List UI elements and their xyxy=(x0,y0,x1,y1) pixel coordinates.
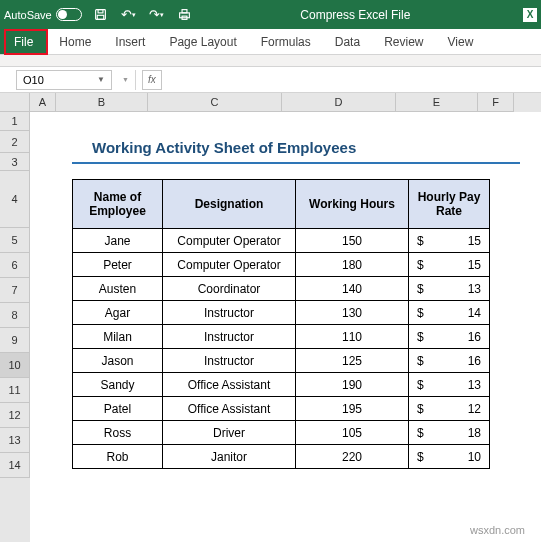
cell-name[interactable]: Agar xyxy=(73,301,163,325)
cell-designation[interactable]: Coordinator xyxy=(163,277,296,301)
cell-rate[interactable]: $10 xyxy=(409,445,490,469)
svg-rect-3 xyxy=(180,13,190,18)
cell-hours[interactable]: 195 xyxy=(296,397,409,421)
table-row[interactable]: JaneComputer Operator150$15 xyxy=(73,229,490,253)
row-header[interactable]: 14 xyxy=(0,453,30,478)
table-row[interactable]: MilanInstructor110$16 xyxy=(73,325,490,349)
row-header[interactable]: 1 xyxy=(0,112,30,131)
cell-name[interactable]: Jane xyxy=(73,229,163,253)
table-row[interactable]: AgarInstructor130$14 xyxy=(73,301,490,325)
table-row[interactable]: JasonInstructor125$16 xyxy=(73,349,490,373)
cell-name[interactable]: Peter xyxy=(73,253,163,277)
row-header[interactable]: 3 xyxy=(0,153,30,171)
cell-hours[interactable]: 220 xyxy=(296,445,409,469)
table-row[interactable]: RossDriver105$18 xyxy=(73,421,490,445)
review-tab[interactable]: Review xyxy=(372,29,435,54)
th-hours: Working Hours xyxy=(296,180,409,229)
cell-hours[interactable]: 130 xyxy=(296,301,409,325)
page-layout-tab[interactable]: Page Layout xyxy=(157,29,248,54)
row-header[interactable]: 13 xyxy=(0,428,30,453)
cell-designation[interactable]: Instructor xyxy=(163,325,296,349)
row-headers: 1 2 3 4 5 6 7 8 9 10 11 12 13 14 xyxy=(0,112,30,542)
fx-icon[interactable]: fx xyxy=(142,70,162,90)
insert-tab[interactable]: Insert xyxy=(103,29,157,54)
table-row[interactable]: AustenCoordinator140$13 xyxy=(73,277,490,301)
quickprint-icon[interactable] xyxy=(176,6,194,24)
formula-bar-row: O10 ▼ ▼ fx xyxy=(0,67,541,93)
cell-rate[interactable]: $18 xyxy=(409,421,490,445)
cell-designation[interactable]: Instructor xyxy=(163,301,296,325)
row-header[interactable]: 9 xyxy=(0,328,30,353)
excel-icon: X xyxy=(523,8,537,22)
save-icon[interactable] xyxy=(92,6,110,24)
col-header-a[interactable]: A xyxy=(30,93,56,112)
name-box[interactable]: O10 ▼ xyxy=(16,70,112,90)
col-header-e[interactable]: E xyxy=(396,93,478,112)
cell-name[interactable]: Sandy xyxy=(73,373,163,397)
cell-name[interactable]: Jason xyxy=(73,349,163,373)
col-header-b[interactable]: B xyxy=(56,93,148,112)
cell-name[interactable]: Milan xyxy=(73,325,163,349)
title-underline xyxy=(72,162,520,164)
cell-hours[interactable]: 125 xyxy=(296,349,409,373)
home-tab[interactable]: Home xyxy=(47,29,103,54)
row-header[interactable]: 4 xyxy=(0,171,30,228)
cell-hours[interactable]: 150 xyxy=(296,229,409,253)
col-header-f[interactable]: F xyxy=(478,93,514,112)
cell-designation[interactable]: Instructor xyxy=(163,349,296,373)
cell-rate[interactable]: $14 xyxy=(409,301,490,325)
name-box-value: O10 xyxy=(23,74,44,86)
cell-designation[interactable]: Computer Operator xyxy=(163,253,296,277)
col-header-c[interactable]: C xyxy=(148,93,282,112)
row-header[interactable]: 6 xyxy=(0,253,30,278)
dropdown-icon[interactable]: ▼ xyxy=(97,75,105,84)
cell-rate[interactable]: $13 xyxy=(409,277,490,301)
cell-rate[interactable]: $16 xyxy=(409,325,490,349)
select-all-corner[interactable] xyxy=(0,93,30,112)
cell-hours[interactable]: 140 xyxy=(296,277,409,301)
cell-hours[interactable]: 110 xyxy=(296,325,409,349)
cell-name[interactable]: Ross xyxy=(73,421,163,445)
cell-designation[interactable]: Janitor xyxy=(163,445,296,469)
view-tab[interactable]: View xyxy=(436,29,486,54)
data-tab[interactable]: Data xyxy=(323,29,372,54)
cell-name[interactable]: Austen xyxy=(73,277,163,301)
table-row[interactable]: RobJanitor220$10 xyxy=(73,445,490,469)
cell-hours[interactable]: 190 xyxy=(296,373,409,397)
chevron-down-icon[interactable]: ▼ xyxy=(122,76,129,83)
table-row[interactable]: PeterComputer Operator180$15 xyxy=(73,253,490,277)
row-header[interactable]: 2 xyxy=(0,131,30,153)
toggle-switch-icon[interactable] xyxy=(56,8,82,21)
cell-name[interactable]: Patel xyxy=(73,397,163,421)
svg-rect-4 xyxy=(182,10,187,13)
table-row[interactable]: SandyOffice Assistant190$13 xyxy=(73,373,490,397)
row-header[interactable]: 11 xyxy=(0,378,30,403)
formula-bar[interactable] xyxy=(162,70,541,90)
grid-area[interactable]: Working Activity Sheet of Employees Name… xyxy=(30,112,541,542)
cell-designation[interactable]: Office Assistant xyxy=(163,397,296,421)
row-header[interactable]: 5 xyxy=(0,228,30,253)
table-row[interactable]: PatelOffice Assistant195$12 xyxy=(73,397,490,421)
cell-rate[interactable]: $12 xyxy=(409,397,490,421)
cell-rate[interactable]: $15 xyxy=(409,253,490,277)
col-header-d[interactable]: D xyxy=(282,93,396,112)
row-header[interactable]: 8 xyxy=(0,303,30,328)
cell-designation[interactable]: Computer Operator xyxy=(163,229,296,253)
formulas-tab[interactable]: Formulas xyxy=(249,29,323,54)
row-header[interactable]: 7 xyxy=(0,278,30,303)
cell-rate[interactable]: $15 xyxy=(409,229,490,253)
cell-designation[interactable]: Office Assistant xyxy=(163,373,296,397)
undo-icon[interactable]: ↶▾ xyxy=(120,6,138,24)
cell-rate[interactable]: $13 xyxy=(409,373,490,397)
redo-icon[interactable]: ↷▾ xyxy=(148,6,166,24)
row-header[interactable]: 12 xyxy=(0,403,30,428)
cell-hours[interactable]: 105 xyxy=(296,421,409,445)
file-tab[interactable]: File xyxy=(0,29,47,54)
cell-hours[interactable]: 180 xyxy=(296,253,409,277)
autosave-toggle[interactable]: AutoSave xyxy=(4,8,82,21)
cell-rate[interactable]: $16 xyxy=(409,349,490,373)
cell-name[interactable]: Rob xyxy=(73,445,163,469)
cell-designation[interactable]: Driver xyxy=(163,421,296,445)
row-header[interactable]: 10 xyxy=(0,353,30,378)
column-headers: A B C D E F xyxy=(0,93,541,112)
